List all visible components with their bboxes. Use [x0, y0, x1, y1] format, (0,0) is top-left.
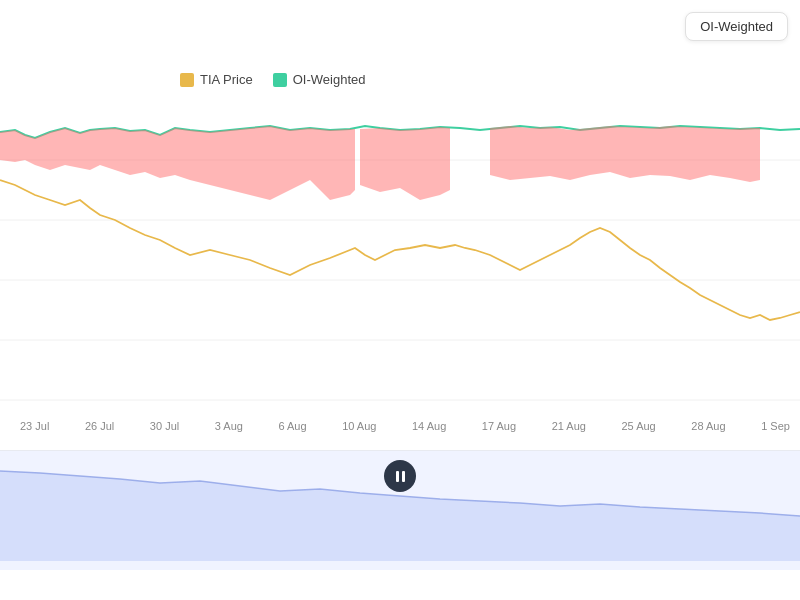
x-label-2: 30 Jul [150, 420, 179, 432]
legend-tia: TIA Price [180, 72, 253, 87]
x-label-0: 23 Jul [20, 420, 49, 432]
tia-label: TIA Price [200, 72, 253, 87]
oi-label: OI-Weighted [293, 72, 366, 87]
tia-color-dot [180, 73, 194, 87]
x-label-8: 21 Aug [552, 420, 586, 432]
x-label-9: 25 Aug [621, 420, 655, 432]
oi-weighted-button[interactable]: OI-Weighted [685, 12, 788, 41]
chart-container: OI-Weighted TIA Price OI-Weighted [0, 0, 800, 600]
x-axis: 23 Jul 26 Jul 30 Jul 3 Aug 6 Aug 10 Aug … [20, 420, 790, 432]
pause-icon [396, 471, 405, 482]
x-label-10: 28 Aug [691, 420, 725, 432]
chart-legend: TIA Price OI-Weighted [180, 72, 366, 87]
pause-bar-right [402, 471, 405, 482]
pause-bar-left [396, 471, 399, 482]
x-label-11: 1 Sep [761, 420, 790, 432]
oi-color-dot [273, 73, 287, 87]
x-label-7: 17 Aug [482, 420, 516, 432]
x-label-3: 3 Aug [215, 420, 243, 432]
main-chart [0, 100, 800, 420]
x-label-1: 26 Jul [85, 420, 114, 432]
x-label-5: 10 Aug [342, 420, 376, 432]
legend-oi: OI-Weighted [273, 72, 366, 87]
pause-button[interactable] [384, 460, 416, 492]
x-label-4: 6 Aug [278, 420, 306, 432]
x-label-6: 14 Aug [412, 420, 446, 432]
